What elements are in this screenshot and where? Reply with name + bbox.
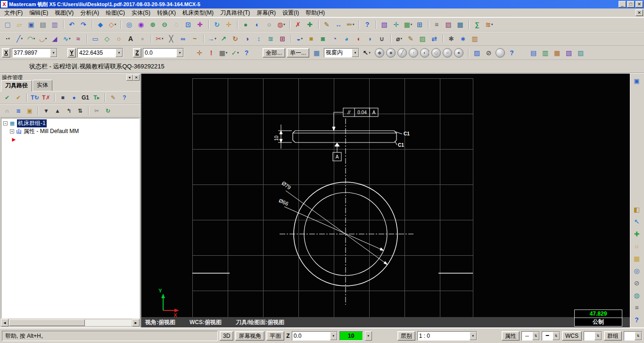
wireframe-icon[interactable]: ○: [264, 19, 275, 30]
delete-entity-icon[interactable]: ✗: [292, 19, 304, 30]
circle-select-icon[interactable]: ○: [631, 240, 643, 252]
machine-group-label[interactable]: 机床群组-1: [17, 119, 47, 127]
rectangle-icon[interactable]: ▭: [90, 33, 101, 44]
select-edge-icon[interactable]: ╱: [397, 48, 407, 58]
new-file-icon[interactable]: ▢: [2, 19, 14, 30]
maximize-button[interactable]: □: [627, 1, 635, 8]
ellipse-icon[interactable]: ○: [113, 33, 125, 44]
open-file-icon[interactable]: ▱: [14, 19, 25, 30]
offset-icon[interactable]: ≋: [265, 33, 277, 44]
sweep-icon[interactable]: ◔: [329, 33, 341, 44]
menu-toolpaths[interactable]: 刀具路径(T): [217, 8, 253, 18]
z-depth-input[interactable]: [292, 332, 330, 340]
loft-icon[interactable]: ◕: [341, 33, 353, 44]
y-coordinate-button[interactable]: Y: [67, 48, 76, 58]
select-mixed-icon[interactable]: ◇: [431, 48, 441, 58]
expand-node-icon[interactable]: +: [10, 129, 14, 134]
gview-iso-icon[interactable]: ◇▾: [107, 19, 118, 30]
z-coordinate-input[interactable]: [143, 49, 176, 57]
select-all-button[interactable]: 全部...: [263, 48, 285, 58]
collapse-node-icon[interactable]: −: [3, 121, 8, 125]
selection-window-input[interactable]: [324, 49, 352, 57]
tree-node-machine-group[interactable]: − ▦ 机床群组-1: [1, 119, 139, 127]
panel-collapse-button[interactable]: ▾: [126, 75, 133, 81]
scroll-right-button[interactable]: ►: [132, 319, 140, 326]
system-color-dropdown[interactable]: ▾: [365, 331, 372, 341]
menu-view[interactable]: 视图(V): [51, 8, 77, 18]
chamfer-callout-bottom[interactable]: C1: [398, 142, 404, 148]
magnify-icon[interactable]: ◎: [631, 265, 643, 277]
autocursor-combo-icon[interactable]: ▦▾: [217, 47, 229, 59]
named-views-icon[interactable]: ▦: [551, 47, 563, 59]
fillet-icon[interactable]: ◡▾: [37, 33, 49, 44]
shade-toggle-icon[interactable]: ◍: [631, 289, 643, 301]
ortho-icon[interactable]: ⊞: [414, 19, 426, 30]
diameter-inner-label[interactable]: Ø66: [278, 198, 289, 207]
redo-icon[interactable]: ↷: [78, 19, 90, 30]
arc-icon[interactable]: ◠▾: [25, 33, 37, 44]
gouge-check-icon[interactable]: ▣: [24, 105, 35, 117]
group-button[interactable]: 群组: [604, 331, 622, 341]
recalc-icon[interactable]: ↻: [102, 105, 114, 117]
select-from-back-icon[interactable]: ◐: [420, 48, 429, 58]
tree-node-properties[interactable]: + 山 属性 - Mill Default MM: [1, 127, 139, 135]
solid-fillet-icon[interactable]: ◖: [353, 33, 364, 44]
surface-create-icon[interactable]: ◒▾: [294, 33, 305, 44]
attributes-button[interactable]: 属性: [502, 331, 520, 341]
gview-top-icon[interactable]: ◆: [95, 19, 107, 30]
screen-view-button[interactable]: 屏幕视角: [235, 331, 264, 341]
vb-script-icon[interactable]: ≋▾: [483, 19, 495, 30]
select-validate-icon[interactable]: ▨: [471, 47, 483, 59]
z-coordinate-dropdown[interactable]: ▾: [176, 49, 183, 57]
boolean-icon[interactable]: ∪: [376, 33, 388, 44]
linewidth-spinner[interactable]: ⇅: [553, 332, 560, 340]
insert-above-icon[interactable]: ↰: [63, 105, 74, 117]
blank-entity-icon[interactable]: ◍▾: [275, 19, 287, 30]
mirror-icon[interactable]: ◑: [241, 33, 253, 44]
cursor-override-icon[interactable]: !: [206, 47, 217, 59]
invalidate-ops-icon[interactable]: T✗: [41, 92, 52, 103]
analyze-position-icon[interactable]: ✎: [321, 19, 333, 30]
extrude-icon[interactable]: ■: [305, 33, 317, 44]
bounding-box-icon[interactable]: ▫: [137, 33, 149, 44]
fast-point-icon[interactable]: ✛: [194, 47, 206, 59]
zoom-out-icon[interactable]: ⊖: [159, 19, 171, 30]
dynamic-rotate-icon[interactable]: ↻: [211, 19, 223, 30]
x-coordinate-input[interactable]: [12, 49, 50, 57]
array-icon[interactable]: ⊞: [277, 33, 289, 44]
levels-icon[interactable]: ≡: [431, 19, 443, 30]
lock-ops-icon[interactable]: ∩: [1, 105, 13, 117]
toolpath-display-icon[interactable]: ≋: [13, 105, 24, 117]
join-icon[interactable]: ∞: [177, 33, 189, 44]
select-vertex-icon[interactable]: ∙: [409, 48, 418, 58]
hatch-icon[interactable]: ▨: [417, 33, 429, 44]
scrollbar-track[interactable]: [8, 319, 132, 326]
linestyle-spinner[interactable]: ⇅: [532, 332, 539, 340]
display-options-icon[interactable]: ▨: [575, 47, 586, 59]
selection-settings-icon[interactable]: ▦: [311, 47, 322, 59]
menu-xform[interactable]: 转换(X): [154, 8, 179, 18]
system-color-button[interactable]: 10: [339, 331, 363, 341]
shade-settings-icon[interactable]: ◐: [252, 19, 264, 30]
analyze-dynamic-icon[interactable]: ✏▾: [345, 19, 356, 30]
x-coordinate-dropdown[interactable]: ▾: [50, 49, 57, 57]
material-icon[interactable]: ▥: [469, 33, 481, 44]
grid-settings-icon[interactable]: ▦▾: [402, 19, 414, 30]
print-icon[interactable]: ▤: [37, 19, 49, 30]
part-side-view[interactable]: [293, 131, 402, 145]
minimize-button[interactable]: _: [619, 1, 626, 8]
curve-icon[interactable]: ≈: [73, 33, 84, 44]
x-coordinate-button[interactable]: X: [2, 48, 10, 58]
diameter-outer-label[interactable]: Ø79: [281, 180, 292, 191]
nurbs-modify-icon[interactable]: ~: [189, 33, 201, 44]
selection-window-dropdown[interactable]: ▾: [352, 49, 359, 57]
select-face-icon[interactable]: ■: [386, 48, 396, 58]
move-insert-up-icon[interactable]: ▲: [52, 105, 63, 117]
select-pointer-icon[interactable]: ↖: [631, 216, 643, 228]
section-view-icon[interactable]: ▥: [539, 47, 551, 59]
post-g1-icon[interactable]: G1: [80, 92, 91, 103]
menu-solids[interactable]: 实体(S): [128, 8, 154, 18]
spline-icon[interactable]: ∿▾: [61, 33, 73, 44]
analyze-distance-icon[interactable]: ↔: [333, 19, 345, 30]
planes-icon[interactable]: ▧: [379, 19, 390, 30]
